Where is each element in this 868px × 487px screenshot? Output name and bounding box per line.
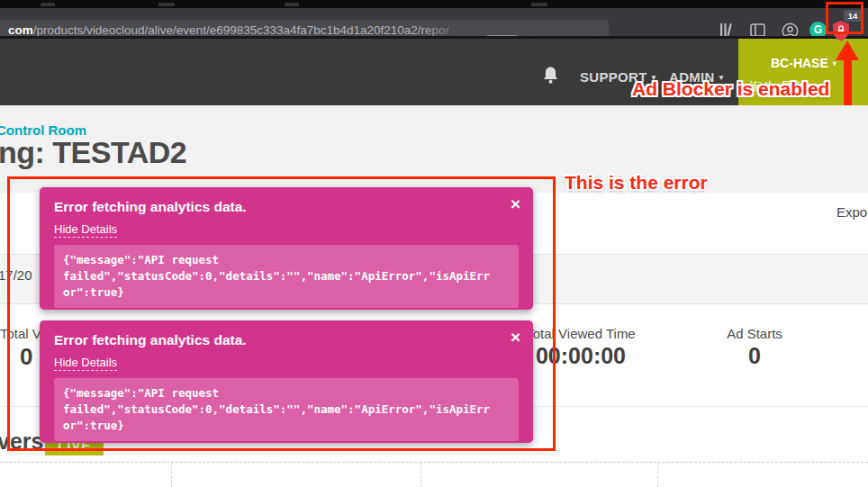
close-icon[interactable]: × — [511, 329, 520, 346]
site-header: SUPPORT▾ ADMIN▾ BC-HASE▾ 海生 長谷 — [0, 39, 868, 105]
browser-tab-strip — [0, 0, 868, 8]
notifications-bell-icon[interactable] — [542, 66, 559, 85]
error-alert-panel: Error fetching analytics data. × Hide De… — [40, 187, 533, 310]
chart-gridline-vertical — [171, 463, 172, 487]
account-name: BC-HASE▾ — [771, 56, 836, 70]
chart-gridline-vertical — [420, 463, 421, 487]
tab-fragment — [41, 3, 55, 6]
code-line: failed","statusCode":0,"details":"","nam… — [63, 269, 490, 283]
screen: com/products/videocloud/alive/event/e699… — [0, 0, 868, 487]
page-title: ng: TESTAD2 — [0, 135, 186, 170]
library-icon[interactable] — [719, 23, 736, 37]
tab-fragment — [531, 3, 547, 6]
caret-down-icon: ▾ — [719, 73, 724, 82]
stat-label: Ad Starts — [701, 326, 809, 341]
stat-ad-starts: Ad Starts 0 — [701, 326, 809, 369]
annotation-error-text: This is the error — [565, 172, 708, 194]
code-line: failed","statusCode":0,"details":"","nam… — [63, 402, 490, 416]
tab-fragment — [285, 3, 299, 6]
url-path: /products/videocloud/alive/event/e699835… — [33, 23, 449, 37]
url-domain: com — [8, 23, 33, 37]
code-line: or":true} — [63, 419, 124, 432]
sidebar-toggle-icon[interactable] — [750, 23, 765, 37]
stat-value: 0 — [701, 343, 809, 369]
error-title: Error fetching analytics data. — [54, 199, 519, 215]
error-json-details: {"message":"API requestfailed","statusCo… — [54, 245, 519, 308]
nav-admin[interactable]: ADMIN▾ — [669, 69, 724, 85]
chart-gridline-vertical — [657, 463, 658, 487]
close-icon[interactable]: × — [511, 195, 520, 212]
nav-support-label: SUPPORT — [580, 69, 647, 85]
viewers-heading: vers — [0, 428, 43, 455]
error-alert-panel: Error fetching analytics data. × Hide De… — [40, 320, 533, 443]
account-menu[interactable]: BC-HASE▾ 海生 長谷 — [738, 39, 868, 105]
account-name-label: BC-HASE — [771, 56, 828, 70]
hide-details-link[interactable]: Hide Details — [54, 356, 117, 371]
code-line: or":true} — [63, 285, 124, 299]
adblocker-shield-icon[interactable] — [831, 20, 851, 42]
error-title: Error fetching analytics data. — [54, 332, 519, 348]
code-line: {"message":"API request — [63, 386, 219, 400]
hide-details-link[interactable]: Hide Details — [54, 222, 117, 238]
adblocker-count-badge: 14 — [844, 10, 862, 22]
export-button[interactable]: Export — [836, 204, 868, 220]
account-user-name: 海生 長谷 — [749, 79, 807, 96]
nav-admin-label: ADMIN — [669, 69, 715, 85]
tab-fragment — [158, 3, 175, 6]
nav-support[interactable]: SUPPORT▾ — [580, 69, 656, 85]
browser-toolbar: com/products/videocloud/alive/event/e699… — [0, 8, 868, 36]
date-range-text: 17/20 — [0, 267, 32, 283]
caret-down-icon: ▾ — [652, 73, 656, 82]
error-json-details: {"message":"API requestfailed","statusCo… — [54, 378, 519, 441]
caret-down-icon: ▾ — [833, 59, 836, 68]
chart-gridline-horizontal — [0, 462, 868, 463]
code-line: {"message":"API request — [63, 253, 219, 266]
